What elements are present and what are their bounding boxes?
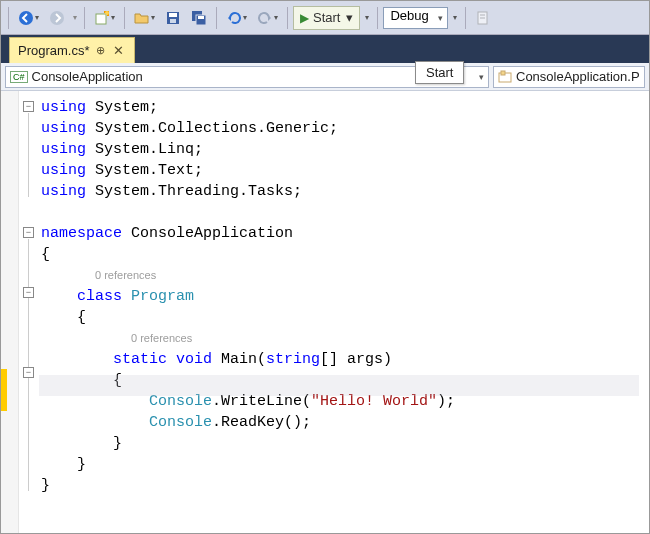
svg-rect-14 [501,71,505,75]
chevron-down-icon[interactable]: ▾ [73,13,77,22]
open-file-button[interactable]: ▾ [130,6,159,30]
save-icon [165,10,181,26]
chevron-down-icon: ▾ [243,13,247,22]
toolbar-separator [124,7,125,29]
undo-button[interactable]: ▾ [222,6,251,30]
toolbar-separator [287,7,288,29]
nav-forward-button[interactable] [45,6,69,30]
toolbar-separator [84,7,85,29]
start-tooltip: Start [415,61,464,84]
member-value: ConsoleApplication.P [516,69,640,84]
chevron-down-icon: ▾ [111,13,115,22]
outline-line [28,113,29,197]
main-toolbar: ▾ ▾ ▾ ▾ ▾ ▾ ▶ Start ▾ ▾ Debug ▾ [1,1,649,35]
solution-config-value: Debug [383,7,447,29]
play-icon: ▶ [300,11,309,25]
code-nav-bar: C# ConsoleApplication ▾ ConsoleApplicati… [1,63,649,91]
fold-toggle[interactable]: − [23,287,34,298]
chevron-down-icon[interactable]: ▾ [365,13,369,22]
tooltip-text: Start [426,65,453,80]
svg-rect-6 [170,19,176,23]
toolbar-separator [216,7,217,29]
toolbar-separator [377,7,378,29]
new-project-icon [94,10,110,26]
save-button[interactable] [161,6,185,30]
outline-margin: − − − − [19,91,39,533]
tab-program-cs[interactable]: Program.cs* ⊕ ✕ [9,37,135,63]
close-icon[interactable]: ✕ [111,43,126,58]
fold-toggle[interactable]: − [23,227,34,238]
change-marker [1,369,7,411]
chevron-down-icon[interactable]: ▾ [453,13,457,22]
current-line-highlight [39,375,639,396]
fold-toggle[interactable]: − [23,101,34,112]
new-project-button[interactable]: ▾ [90,6,119,30]
chevron-down-icon: ▾ [151,13,155,22]
indicator-margin [1,91,19,533]
arrow-left-circle-icon [18,10,34,26]
document-icon [475,10,491,26]
svg-point-0 [19,11,33,25]
arrow-right-circle-icon [49,10,65,26]
solution-config-dropdown[interactable]: Debug [383,7,447,29]
fold-toggle[interactable]: − [23,367,34,378]
open-folder-icon [134,10,150,26]
nav-back-button[interactable]: ▾ [14,6,43,30]
toolbar-separator [465,7,466,29]
undo-icon [226,10,242,26]
chevron-down-icon: ▾ [346,10,353,25]
pin-icon[interactable]: ⊕ [96,44,105,57]
redo-icon [257,10,273,26]
start-button[interactable]: ▶ Start ▾ [293,6,360,30]
member-dropdown[interactable]: ConsoleApplication.P [493,66,645,88]
scope-value: ConsoleApplication [32,69,143,84]
namespace-icon [498,70,512,84]
code-content[interactable]: using System; using System.Collections.G… [39,91,649,533]
code-editor[interactable]: − − − − using System; using System.Colle… [1,91,649,533]
svg-point-3 [105,11,109,15]
chevron-down-icon: ▾ [35,13,39,22]
svg-point-1 [50,11,64,25]
language-badge: C# [10,71,28,83]
outline-line [28,239,29,491]
tab-title: Program.cs* [18,43,90,58]
chevron-down-icon: ▾ [479,72,484,82]
svg-rect-9 [198,16,204,19]
redo-button[interactable]: ▾ [253,6,282,30]
save-all-button[interactable] [187,6,211,30]
svg-rect-5 [169,13,177,17]
chevron-down-icon: ▾ [274,13,278,22]
svg-rect-2 [96,14,106,24]
start-button-label: Start [313,10,340,25]
save-all-icon [191,10,207,26]
toolbar-separator [8,7,9,29]
document-tab-bar: Program.cs* ⊕ ✕ Start [1,35,649,63]
find-in-files-button[interactable] [471,6,495,30]
